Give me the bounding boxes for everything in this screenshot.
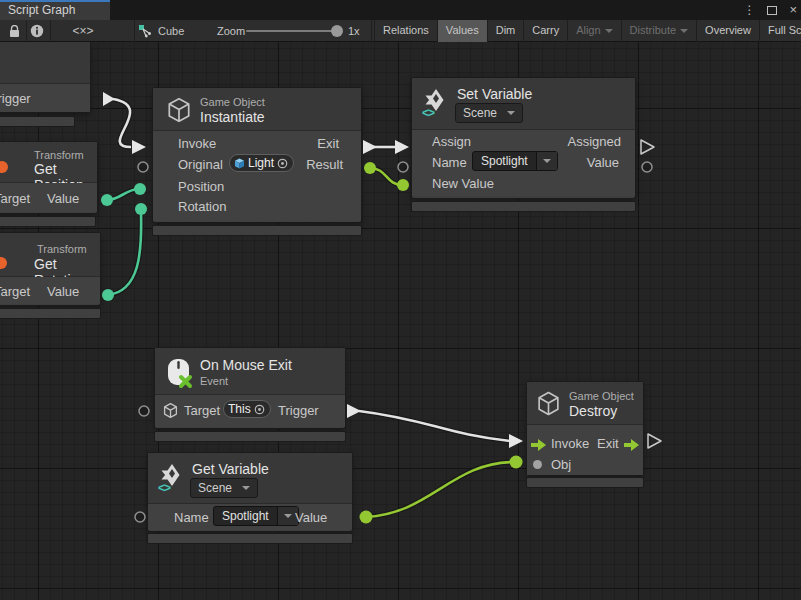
wire-trigger-to-destroy-invoke [359,411,510,441]
invoke-port-arrow-icon [531,437,546,449]
target-object-field[interactable]: This [223,400,271,418]
node-set-variable[interactable]: <> Set Variable Scene Assign Assigned Na… [412,78,635,198]
object-picker-icon[interactable] [277,158,288,169]
port-instantiate-position[interactable] [134,183,146,195]
port-get-variable-value[interactable] [360,511,373,524]
name-port-label: Name [174,510,209,525]
object-picker-icon[interactable] [254,404,265,415]
node-destroy[interactable]: Game Object Destroy Invoke Exit Obj [527,382,643,475]
dim-button[interactable]: Dim [487,20,524,42]
value-port-label: Value [47,284,79,299]
node-instantiate[interactable]: Game Object Instantiate Invoke Exit Orig… [153,88,361,222]
variable-name-value: Spotlight [214,507,277,525]
prefab-cube-icon [234,158,245,169]
port-on-mouse-exit-trigger[interactable] [347,404,361,418]
scope-value: Scene [463,106,497,120]
exit-port-label: Exit [597,436,619,451]
trigger-port-label: Trigger [278,403,319,418]
carry-button[interactable]: Carry [523,20,567,42]
transform-icon [0,161,8,173]
close-icon[interactable]: × [789,5,797,15]
game-object-cube-icon [162,402,179,423]
tab-script-graph[interactable]: Script Graph [0,0,110,20]
variable-scope-dropdown[interactable]: Scene [190,478,258,498]
game-object-cube-icon [535,390,562,421]
name-port-label: Name [432,155,467,170]
assign-port-label: Assign [432,134,471,149]
zoom-label: Zoom [217,20,245,42]
value-port-label: Value [47,191,79,206]
node-on-mouse-exit[interactable]: On Mouse Exit Event Target This Trigger [155,348,345,428]
script-graph-window: Script Graph ⋮ × <×> Cube Zoom 1x Relati… [0,0,801,600]
mouse-event-icon [165,357,195,393]
chevron-down-icon [507,111,515,115]
zoom-slider-handle[interactable] [331,25,343,37]
result-port-label: Result [306,157,343,172]
zoom-slider[interactable] [246,30,342,32]
dropdown-button[interactable] [536,152,557,170]
node-get-rotation[interactable]: Transform Get Rotation Target Value [0,233,100,305]
node-footer [0,309,100,318]
node-category: Transform [37,243,87,255]
graph-breadcrumb[interactable]: Cube [158,20,184,42]
graph-toolbar: <×> Cube Zoom 1x Relations Values Dim Ca… [0,20,801,42]
fullscreen-button[interactable]: Full Screen [759,20,801,42]
tab-bar: Script Graph ⋮ × [0,0,801,20]
port-instantiate-invoke[interactable] [132,140,146,154]
node-title: Set Variable [457,86,532,102]
port-on-mouse-exit-target[interactable] [139,406,149,416]
wire-rotation-value [108,212,141,295]
wire-result-to-new-value [370,168,402,185]
graph-canvas[interactable]: Trigger Transform Get Position Target Va… [0,42,801,600]
trigger-port-label: Trigger [0,91,31,106]
port-instantiate-exit[interactable] [363,140,377,154]
lock-icon[interactable] [4,20,24,42]
port-destroy-exit[interactable] [648,434,661,448]
node-title: Instantiate [200,109,265,125]
code-view-icon[interactable]: <×> [68,20,98,42]
port-partial-event-trigger[interactable] [103,92,115,106]
chevron-down-icon [680,29,688,33]
port-set-variable-value[interactable] [642,162,652,172]
port-set-variable-new-value[interactable] [397,179,409,191]
node-get-position[interactable]: Transform Get Position Target Value [0,142,97,213]
variable-icon: <> [422,106,434,120]
exit-port-arrow-icon [624,437,639,449]
port-set-variable-name[interactable] [398,162,408,172]
value-port-label: Value [587,155,619,170]
original-object-field[interactable]: Light [229,154,294,172]
port-get-position-value[interactable] [101,194,113,206]
node-category: Transform [34,149,84,161]
assigned-port-label: Assigned [568,134,621,149]
port-set-variable-assign[interactable] [395,140,409,154]
maximize-icon[interactable] [767,6,777,15]
port-destroy-invoke[interactable] [509,434,523,448]
port-get-variable-name[interactable] [135,512,145,522]
port-destroy-obj[interactable] [510,456,523,469]
node-partial-event[interactable]: Trigger [0,42,90,112]
values-button[interactable]: Values [437,20,487,42]
chevron-down-icon [284,514,292,518]
more-menu-icon[interactable]: ⋮ [743,3,755,17]
chevron-down-icon [543,159,551,163]
obj-port-dot-icon [533,460,542,469]
port-instantiate-rotation[interactable] [135,203,147,215]
overview-button[interactable]: Overview [696,20,759,42]
relations-button[interactable]: Relations [374,20,437,42]
port-set-variable-assigned[interactable] [641,140,654,154]
node-footer [148,534,352,543]
port-instantiate-result[interactable] [364,162,376,174]
wire-trigger-to-invoke [113,99,131,147]
node-footer [155,432,345,441]
align-button[interactable]: Align [567,20,620,42]
variable-name-dropdown[interactable]: Spotlight [213,506,299,526]
variable-scope-dropdown[interactable]: Scene [455,103,523,123]
target-port-label: Target [184,403,220,418]
variable-name-value: Spotlight [473,152,536,170]
port-instantiate-original[interactable] [138,162,148,172]
variable-name-dropdown[interactable]: Spotlight [472,151,558,171]
port-get-rotation-value[interactable] [102,289,114,301]
distribute-button[interactable]: Distribute [621,20,696,42]
node-get-variable[interactable]: <> Get Variable Scene Name Spotlight Val… [148,453,352,531]
info-icon[interactable] [26,20,48,42]
